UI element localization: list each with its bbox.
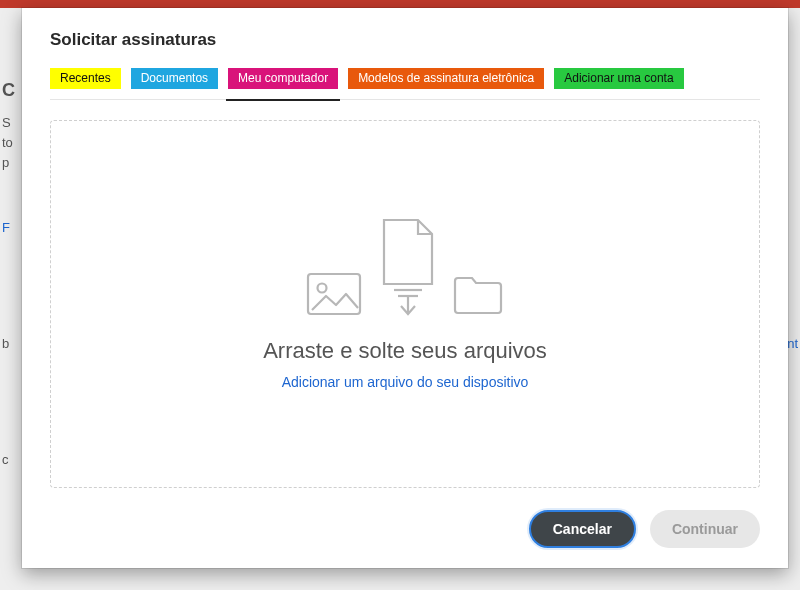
image-icon — [306, 272, 362, 316]
folder-icon — [452, 274, 504, 316]
bg-fragment: to — [2, 135, 13, 150]
bg-fragment: S — [2, 115, 11, 130]
svg-rect-0 — [308, 274, 360, 314]
bg-fragment: p — [2, 155, 9, 170]
file-download-icon — [376, 218, 438, 316]
tab-meu-computador[interactable]: Meu computador — [228, 68, 338, 89]
add-file-link[interactable]: Adicionar um arquivo do seu dispositivo — [282, 374, 529, 390]
dropzone-headline: Arraste e solte seus arquivos — [263, 338, 547, 364]
request-signatures-modal: Solicitar assinaturas Recentes Documento… — [22, 8, 788, 568]
modal-button-row: Cancelar Continuar — [50, 510, 760, 548]
modal-title: Solicitar assinaturas — [50, 30, 760, 50]
tab-documentos[interactable]: Documentos — [131, 68, 218, 89]
svg-point-1 — [318, 284, 327, 293]
tab-modelos-assinatura[interactable]: Modelos de assinatura eletrônica — [348, 68, 544, 89]
tab-recentes[interactable]: Recentes — [50, 68, 121, 89]
bg-fragment: nt — [787, 336, 798, 351]
dropzone-icon-group — [306, 218, 504, 316]
continue-button: Continuar — [650, 510, 760, 548]
bg-fragment: C — [2, 80, 15, 101]
source-tabs: Recentes Documentos Meu computador Model… — [50, 68, 760, 100]
bg-fragment: b — [2, 336, 9, 351]
file-dropzone[interactable]: Arraste e solte seus arquivos Adicionar … — [50, 120, 760, 488]
bg-fragment: c — [2, 452, 9, 467]
bg-fragment: F — [2, 220, 10, 235]
app-titlebar — [0, 0, 800, 8]
cancel-button[interactable]: Cancelar — [529, 510, 636, 548]
tab-adicionar-conta[interactable]: Adicionar uma conta — [554, 68, 683, 89]
